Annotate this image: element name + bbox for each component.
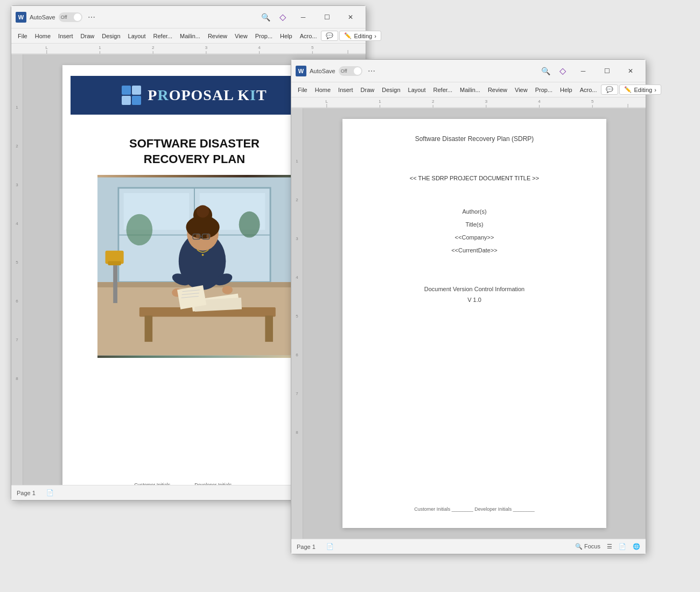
autosave-toggle[interactable]: Off xyxy=(59,12,82,22)
svg-text:L: L xyxy=(46,45,48,50)
close-button[interactable]: ✕ xyxy=(340,10,361,25)
ruler-mark-5: 4 xyxy=(16,220,18,259)
menu-view[interactable]: View xyxy=(232,32,251,40)
menu-draw-front[interactable]: Draw xyxy=(358,86,378,94)
svg-point-49 xyxy=(202,254,204,256)
editing-button-front[interactable]: ✏️ Editing › xyxy=(619,84,661,95)
copilot-icon-front[interactable]: ◇ xyxy=(555,64,570,79)
comment-icon: 💬 xyxy=(326,32,333,39)
editing-button[interactable]: ✏️ Editing › xyxy=(339,31,381,41)
menu-layout-front[interactable]: Layout xyxy=(405,86,429,94)
pages-area-front[interactable]: Software Disaster Recovery Plan (SDRP) <… xyxy=(303,108,646,539)
autosave-label-front: AutoSave xyxy=(310,68,335,74)
title-bar-left: W AutoSave Off ⋯ xyxy=(16,12,96,23)
minimize-button-front[interactable]: ─ xyxy=(572,64,594,79)
ruler-mark-4: 3 xyxy=(16,181,18,220)
left-ruler-front: 1 2 3 4 5 6 7 8 xyxy=(291,108,303,539)
menu-layout[interactable]: Layout xyxy=(125,32,149,40)
maximize-button[interactable]: ☐ xyxy=(316,10,338,25)
title-bar-right: 🔍 ◇ ─ ☐ ✕ xyxy=(258,10,361,25)
title-bar-front: W AutoSave Off ⋯ 🔍 ◇ ─ ☐ ✕ xyxy=(291,60,646,82)
menu-properties-front[interactable]: Prop... xyxy=(532,86,556,94)
ruler-mark-f7: 6 xyxy=(296,351,298,390)
svg-point-23 xyxy=(239,212,260,238)
proposal-kit-title: PROPOSAL KIT xyxy=(148,87,267,104)
menu-references-front[interactable]: Refer... xyxy=(430,86,456,94)
search-button-front[interactable]: 🔍 xyxy=(538,64,553,79)
menu-bar-back: File Home Insert Draw Design Layout Refe… xyxy=(11,29,366,44)
view-normal-front[interactable]: ☰ xyxy=(607,543,612,550)
svg-rect-26 xyxy=(113,261,117,303)
ruler-mark-f9: 8 xyxy=(296,429,298,468)
toggle-knob xyxy=(74,13,81,21)
menu-properties[interactable]: Prop... xyxy=(252,32,276,40)
word-app-icon: W xyxy=(16,12,26,23)
sdrp-version: V 1.0 xyxy=(364,297,585,303)
title-bar-left-front: W AutoSave Off ⋯ xyxy=(296,66,376,76)
menu-help[interactable]: Help xyxy=(277,32,296,40)
menu-mailings[interactable]: Mailin... xyxy=(177,32,204,40)
ruler-mark-7: 6 xyxy=(16,298,18,336)
top-ruler-front: L 1 2 3 4 5 xyxy=(291,97,646,108)
menu-references[interactable]: Refer... xyxy=(150,32,176,40)
menu-design[interactable]: Design xyxy=(99,32,123,40)
title-bar-right-front: 🔍 ◇ ─ ☐ ✕ xyxy=(538,64,641,79)
ruler-mark-f4: 3 xyxy=(296,235,298,274)
sdrp-page-header: Software Disaster Recovery Plan (SDRP) xyxy=(364,135,585,143)
menu-mailings-front[interactable]: Mailin... xyxy=(457,86,484,94)
ruler-mark-3: 2 xyxy=(16,143,18,181)
comment-button-front[interactable]: 💬 xyxy=(601,84,618,95)
focus-label-front[interactable]: 🔍 Focus xyxy=(575,543,600,550)
page-count-icon-front: 📄 xyxy=(326,543,334,550)
status-right-front: 🔍 Focus ☰ 📄 🌐 xyxy=(575,543,640,550)
menu-home-front[interactable]: Home xyxy=(312,86,334,94)
page-indicator-front: Page 1 xyxy=(297,544,316,550)
menu-file[interactable]: File xyxy=(15,32,31,40)
svg-text:2: 2 xyxy=(432,99,435,104)
svg-rect-30 xyxy=(145,316,153,342)
menu-insert[interactable]: Insert xyxy=(55,32,76,40)
menu-review-front[interactable]: Review xyxy=(485,86,510,94)
proposal-kit-logo xyxy=(122,86,141,105)
pk-sq-1 xyxy=(122,86,131,95)
menu-view-front[interactable]: View xyxy=(512,86,531,94)
ruler-mark-f2: 1 xyxy=(296,158,298,196)
toggle-knob-front xyxy=(354,67,361,75)
more-options-icon[interactable]: ⋯ xyxy=(88,13,95,22)
menu-acrobat[interactable]: Acro... xyxy=(297,32,320,40)
doc-area-front: 1 2 3 4 5 6 7 8 Software Disaster Recove… xyxy=(291,108,646,539)
document-page-back: PROPOSAL KIT SOFTWARE DISASTER RECOVERY … xyxy=(62,65,326,485)
minimize-button[interactable]: ─ xyxy=(292,10,314,25)
sdrp-company-label: <<Company>> xyxy=(364,234,585,241)
view-web-front[interactable]: 🌐 xyxy=(633,543,640,550)
menu-home[interactable]: Home xyxy=(32,32,54,40)
svg-text:5: 5 xyxy=(591,99,594,104)
editing-label-front: Editing xyxy=(634,87,652,93)
maximize-button-front[interactable]: ☐ xyxy=(596,64,618,79)
svg-text:3: 3 xyxy=(205,45,208,50)
autosave-label: AutoSave xyxy=(30,14,55,20)
menu-draw[interactable]: Draw xyxy=(78,32,98,40)
comment-button[interactable]: 💬 xyxy=(321,31,338,41)
ruler-mark-2: 1 xyxy=(16,104,18,143)
menu-bar-front: File Home Insert Draw Design Layout Refe… xyxy=(291,82,646,97)
menu-review[interactable]: Review xyxy=(205,32,230,40)
document-illustration xyxy=(97,175,291,358)
svg-rect-31 xyxy=(265,316,273,342)
more-options-icon-front[interactable]: ⋯ xyxy=(368,67,375,75)
status-bar-front: Page 1 📄 🔍 Focus ☰ 📄 🌐 xyxy=(291,539,646,554)
editing-chevron-front: › xyxy=(654,87,656,93)
document-page-front: Software Disaster Recovery Plan (SDRP) <… xyxy=(342,119,606,528)
svg-point-43 xyxy=(197,205,209,217)
menu-acrobat-front[interactable]: Acro... xyxy=(577,86,600,94)
close-button-front[interactable]: ✕ xyxy=(620,64,641,79)
menu-insert-front[interactable]: Insert xyxy=(335,86,356,94)
copilot-icon[interactable]: ◇ xyxy=(275,10,290,25)
menu-file-front[interactable]: File xyxy=(295,86,311,94)
autosave-toggle-front[interactable]: Off xyxy=(339,66,362,76)
menu-design-front[interactable]: Design xyxy=(379,86,403,94)
menu-help-front[interactable]: Help xyxy=(557,86,576,94)
svg-point-22 xyxy=(127,214,153,245)
search-button[interactable]: 🔍 xyxy=(258,10,273,25)
view-print-front[interactable]: 📄 xyxy=(619,543,626,550)
